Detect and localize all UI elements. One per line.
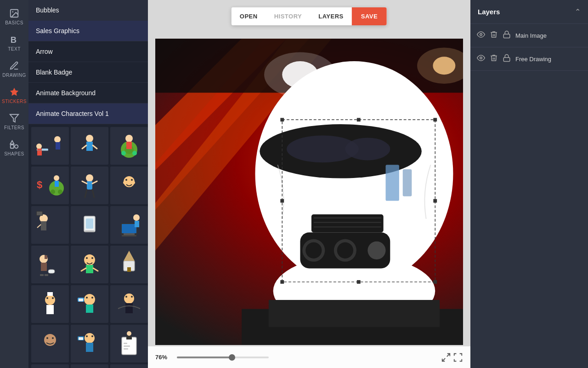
svg-rect-8 [37,149,42,155]
category-bubbles[interactable]: Bubbles [28,0,148,21]
category-arrow[interactable]: Arrow [28,41,148,62]
svg-point-85 [52,337,54,339]
svg-point-84 [46,337,48,339]
sticker-16[interactable] [31,325,69,362]
layer-visibility-icon[interactable] [477,30,485,40]
svg-point-72 [52,297,54,299]
sticker-11[interactable] [71,246,108,283]
bottom-toolbar: 76% [148,346,470,368]
sidebar-item-shapes[interactable]: SHAPES [0,135,28,161]
svg-line-64 [93,268,98,271]
svg-point-28 [86,174,93,182]
sidebar-item-text[interactable]: B TEXT [0,30,28,56]
svg-rect-138 [269,300,440,327]
layer-visibility-icon-2[interactable] [477,54,485,64]
layer-main-image[interactable]: Main Image [470,24,588,47]
layer-lock-icon[interactable] [503,30,511,40]
fullscreen-icon[interactable] [453,352,463,362]
svg-line-148 [447,353,450,356]
sticker-13[interactable] [31,285,69,323]
zoom-slider[interactable] [177,356,269,358]
pencil-icon [9,61,19,71]
open-button[interactable]: OPEN [232,7,266,25]
svg-rect-57 [45,274,48,276]
category-blank-badge[interactable]: Blank Badge [28,62,148,83]
shapes-icon [9,139,19,150]
top-toolbar: OPEN HISTORY LAYERS SAVE [232,7,387,25]
sticker-5[interactable] [71,167,108,204]
layers-collapse-button[interactable]: ⌃ [575,7,581,16]
svg-rect-141 [357,118,361,121]
svg-point-26 [54,175,59,181]
layer-lock-icon-2[interactable] [503,54,511,64]
svg-rect-151 [503,34,510,38]
svg-text:$: $ [37,179,42,190]
svg-line-63 [81,268,86,271]
svg-rect-153 [503,58,510,61]
svg-point-91 [91,335,93,337]
svg-line-15 [93,145,97,149]
layer-delete-icon-2[interactable] [490,54,498,64]
svg-point-38 [132,181,135,184]
svg-point-124 [345,138,390,160]
svg-point-75 [91,297,93,299]
layers-button[interactable]: LAYERS [310,7,352,25]
zoom-fill [177,356,232,358]
sticker-3[interactable] [110,127,148,165]
sticker-4[interactable]: $ [31,167,69,204]
svg-rect-52 [135,221,139,227]
sidebar-item-basics[interactable]: BASICS [0,4,28,30]
sticker-10[interactable] [31,246,69,283]
sticker-1[interactable] [31,127,69,165]
svg-point-25 [58,190,62,194]
sidebar-item-drawing[interactable]: DRAWING [0,56,28,82]
svg-rect-96 [124,345,130,347]
sticker-8[interactable] [71,206,108,244]
sidebar-label-drawing: DRAWING [2,73,26,78]
svg-rect-145 [280,280,284,284]
category-sales-graphics[interactable]: Sales Graphics [28,21,148,41]
sticker-20[interactable] [71,364,108,368]
svg-point-24 [51,190,55,194]
sticker-12[interactable] [110,246,148,283]
image-icon [9,8,19,18]
expand-icon[interactable] [441,352,451,362]
sticker-grid: $ [28,124,148,368]
zoom-percentage: 76% [155,354,171,361]
layer-delete-icon[interactable] [490,30,498,40]
layer-free-drawing[interactable]: Free Drawing [470,47,588,71]
sidebar-label-filters: FILTERS [4,125,24,130]
sidebar-item-filters[interactable]: FILTERS [0,109,28,135]
svg-point-93 [127,331,131,336]
sticker-15[interactable] [110,285,148,323]
svg-line-43 [37,224,41,228]
history-button[interactable]: HISTORY [266,7,311,25]
sticker-2[interactable] [71,127,108,165]
category-animate-characters[interactable]: Animate Characters Vol 1 [28,104,148,124]
svg-point-73 [84,294,95,305]
save-button[interactable]: SAVE [352,7,387,25]
svg-rect-54 [41,263,47,271]
sticker-18[interactable] [110,325,148,362]
layers-title: Layers [478,8,500,16]
svg-point-5 [15,145,18,148]
svg-point-71 [46,297,48,299]
sticker-21[interactable] [110,364,148,368]
sticker-19[interactable] [31,364,69,368]
svg-point-82 [131,296,133,298]
svg-rect-78 [79,299,83,301]
sticker-14[interactable] [71,285,108,323]
sticker-6[interactable] [110,167,148,204]
sidebar-item-stickers[interactable]: STICKERS [0,82,28,109]
sticker-9[interactable] [110,206,148,244]
svg-point-86 [85,333,95,343]
category-animate-background[interactable]: Animate Background [28,83,148,104]
svg-rect-55 [45,255,47,259]
svg-point-18 [121,151,126,155]
svg-point-81 [125,296,127,298]
layers-panel: Layers ⌃ Main Image [470,0,588,368]
sticker-17[interactable] [71,325,108,362]
zoom-thumb[interactable] [229,354,235,361]
sticker-7[interactable] [31,206,69,244]
svg-point-150 [480,34,482,36]
